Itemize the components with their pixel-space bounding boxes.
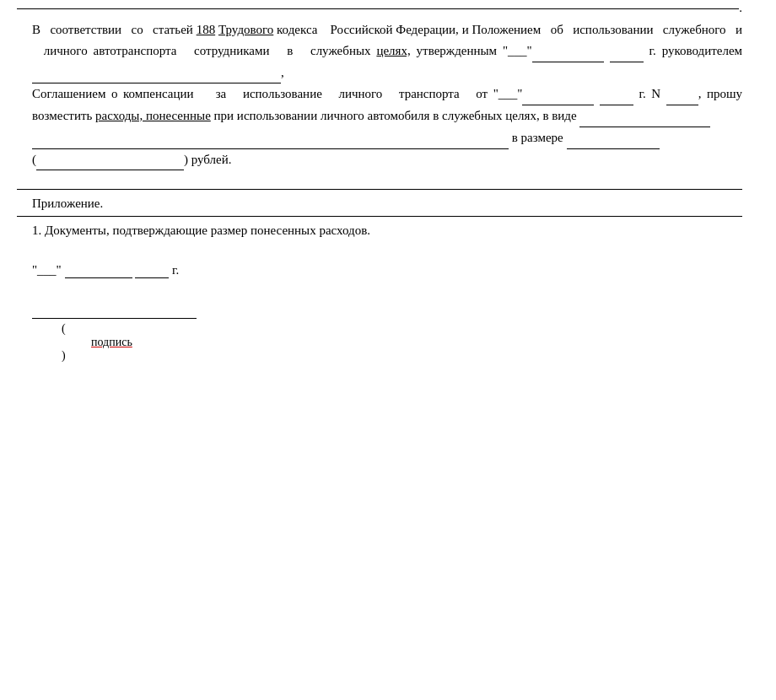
law-name: Трудового: [218, 23, 273, 36]
raskhody-word: расходы, понесенные: [95, 109, 211, 122]
attachment-item-1: 1. Документы, подтверждающие размер поне…: [17, 216, 742, 238]
date-field: "___" г.: [17, 263, 742, 278]
signature-label-text: подпись: [62, 336, 742, 349]
signature-label: (подпись): [32, 322, 742, 363]
main-body-text: В соответствии со статьей 188 Трудового …: [17, 19, 742, 170]
attachment-section: Приложение. 1. Документы, подтверждающие…: [17, 189, 742, 238]
top-border-line: [17, 8, 739, 9]
intro-text: В соответствии со статьей 188 Трудового …: [32, 23, 742, 166]
article-number: 188: [197, 23, 216, 36]
signature-line: [32, 304, 197, 319]
document-container: В соответствии со статьей 188 Трудового …: [0, 0, 776, 700]
attachment-title: Приложение.: [17, 197, 742, 211]
date-text: "___" г.: [32, 263, 179, 277]
signature-section: (подпись): [17, 304, 742, 363]
tselyakh-word: целях,: [376, 44, 410, 57]
